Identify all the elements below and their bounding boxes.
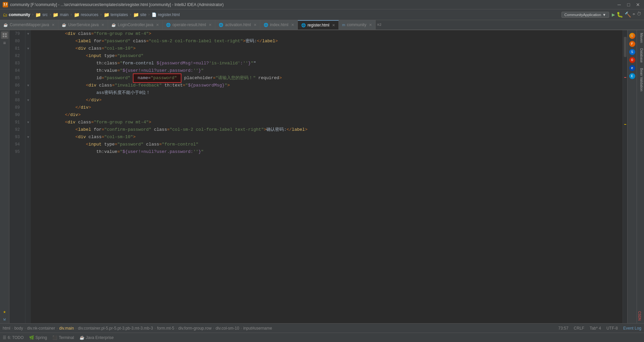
- indent-86: [34, 82, 86, 89]
- v1-80: "password": [104, 38, 130, 45]
- tab-commentmapper-close[interactable]: ✕: [52, 23, 55, 27]
- nav-templates[interactable]: 📁 templates: [104, 12, 128, 17]
- tab-operate-result-close[interactable]: ✕: [209, 23, 212, 27]
- debug-button[interactable]: 🐛: [616, 11, 623, 18]
- minimize-button[interactable]: ─: [616, 1, 623, 8]
- code-editor[interactable]: < div class = "form-group row mt-4" > < …: [31, 30, 623, 323]
- bc-div-nk[interactable]: div.nk-container: [27, 326, 55, 331]
- scroll-minimap[interactable]: [623, 30, 627, 323]
- event-log-link[interactable]: Event Log: [623, 326, 641, 331]
- firefox-icon[interactable]: F: [629, 41, 635, 47]
- tab-community-close[interactable]: ✕: [369, 23, 372, 27]
- tc-90: </: [65, 111, 70, 119]
- vs1-83: 'is-invalid': [209, 60, 240, 67]
- v2e-86: ": [225, 82, 227, 89]
- sidebar-favorites[interactable]: ★: [1, 308, 8, 315]
- tab-commentmapper[interactable]: ☕ CommentMapper.java ✕: [0, 20, 58, 30]
- nav-site[interactable]: 📁 site: [133, 12, 147, 17]
- maven-panel-tab[interactable]: Maven: [637, 30, 644, 46]
- tab-index-close[interactable]: ✕: [291, 23, 294, 27]
- tab-activation[interactable]: 🌐 activation.html ✕: [215, 20, 260, 30]
- fold-81[interactable]: ▼: [25, 45, 31, 52]
- encoding-indicator[interactable]: UTF-8: [606, 326, 618, 331]
- status-bar: html › body › div.nk-container › div.mai…: [0, 323, 644, 333]
- eq-91: =: [91, 119, 94, 126]
- scroll-thumb[interactable]: [624, 37, 627, 57]
- fold-93[interactable]: ▼: [25, 133, 31, 141]
- a2-86: th:text: [164, 82, 183, 89]
- build-button[interactable]: 🔨: [625, 11, 631, 18]
- tab-userservice-close[interactable]: ✕: [101, 23, 104, 27]
- coverage-button[interactable]: ☂: [633, 11, 635, 18]
- run-button[interactable]: ▶: [612, 11, 615, 18]
- tab-register[interactable]: 🌐 register.html ✕: [298, 20, 339, 30]
- sidebar-structure[interactable]: ≡: [1, 40, 8, 47]
- csdn-panel-tab[interactable]: CSDN: [637, 308, 644, 323]
- tab-register-close[interactable]: ✕: [332, 23, 335, 27]
- close-button[interactable]: ✕: [635, 1, 641, 8]
- fold-gutter: ▼ ▼ ▼ ▼ ▼ ▼: [25, 30, 31, 323]
- database-panel-tab[interactable]: Database: [637, 46, 644, 65]
- crlf-indicator[interactable]: CRLF: [574, 326, 584, 331]
- nav-main-label: main: [60, 12, 68, 17]
- bc-div-col[interactable]: div.col-sm-10: [216, 326, 239, 331]
- bc-input[interactable]: input#username: [243, 326, 272, 331]
- bc-html[interactable]: html: [3, 326, 10, 331]
- maximize-button[interactable]: □: [625, 1, 632, 8]
- fold-86[interactable]: ▼: [25, 82, 31, 89]
- bc-div-form-group[interactable]: div.form-group.row: [178, 326, 212, 331]
- close-79: >: [149, 30, 151, 38]
- bc-body[interactable]: body: [14, 326, 23, 331]
- bc-form[interactable]: form.mt-5: [157, 326, 174, 331]
- terminal-button[interactable]: ⬛ Terminal: [52, 335, 74, 340]
- bc-div-main[interactable]: div.main: [59, 326, 74, 331]
- sidebar-web[interactable]: W: [1, 316, 8, 323]
- tp-82: <: [86, 52, 89, 60]
- tab-logincontroller[interactable]: ☕ LoginController.java ✕: [108, 20, 163, 30]
- java-enterprise-button[interactable]: ☕ Java Enterprise: [79, 335, 114, 340]
- cn-92: 确认密码:: [266, 126, 286, 133]
- tab-community[interactable]: m community ✕: [339, 20, 376, 30]
- nav-community[interactable]: 🗂 community: [3, 12, 30, 17]
- todo-button[interactable]: ☰ 6: TODO: [3, 335, 24, 340]
- fold-79[interactable]: ▼: [25, 30, 31, 38]
- chrome-icon[interactable]: G: [629, 33, 635, 39]
- code-line-93: < div class = "col-sm-10" >: [34, 133, 623, 141]
- nav-right: CommunityApplication ▼ ▶ 🐛 🔨 ☂ ⏱: [561, 11, 641, 18]
- tab-logincontroller-close[interactable]: ✕: [156, 23, 159, 27]
- bc-div-container[interactable]: div.container.pl-5.pr-5.pt-3.pb-3.mt-3.m…: [78, 326, 153, 331]
- tab-overflow[interactable]: ≡2: [377, 23, 381, 27]
- tab-operate-result[interactable]: 🌐 operate-result.html ✕: [163, 20, 215, 30]
- edge-icon[interactable]: E: [629, 73, 635, 79]
- indent-85: [34, 74, 96, 82]
- var-86: ${passwordMsg}: [188, 82, 224, 89]
- editor-area: 79 80 81 82 83 84 85 86 87 88 89 90 91 9…: [9, 30, 644, 323]
- nav-register[interactable]: 📄 register.html: [152, 12, 180, 17]
- tn-82: input: [89, 52, 102, 60]
- bottom-toolbar: ☰ 6: TODO 🌿 Spring ⬛ Terminal ☕ Java Ent…: [0, 333, 644, 342]
- window-controls[interactable]: ─ □ ✕: [616, 1, 641, 8]
- ie-icon[interactable]: e: [629, 65, 635, 71]
- nav-main[interactable]: 📁 main: [53, 12, 68, 17]
- tab-userservice[interactable]: ☕ UserService.java ✕: [58, 20, 108, 30]
- tab-index[interactable]: 🌐 index.html ✕: [260, 20, 298, 30]
- v1-85: "password": [104, 74, 130, 82]
- nav-src[interactable]: 📁 src: [35, 12, 48, 17]
- sidebar-project[interactable]: [1, 32, 8, 39]
- indent-indicator[interactable]: Tab* 4: [590, 326, 601, 331]
- fold-91[interactable]: ▼: [25, 119, 31, 126]
- tc-86: >: [227, 82, 230, 89]
- tab-activation-close[interactable]: ✕: [254, 23, 257, 27]
- spring-button[interactable]: 🌿 Spring: [29, 335, 47, 340]
- bean-validation-panel-tab[interactable]: Bean Validation: [637, 65, 644, 94]
- project-icon: 🗂: [3, 12, 7, 17]
- html-icon-register: 🌐: [301, 23, 306, 27]
- fold-88[interactable]: ▼: [25, 97, 31, 104]
- safari-icon[interactable]: S: [629, 49, 635, 55]
- opera-icon[interactable]: O: [629, 57, 635, 63]
- tp-94: <: [86, 141, 89, 148]
- profile-button[interactable]: ⏱: [637, 11, 641, 18]
- nav-resources[interactable]: 📁 resources: [74, 12, 99, 17]
- breadcrumb-path: html › body › div.nk-container › div.mai…: [3, 326, 272, 331]
- run-config-selector[interactable]: CommunityApplication ▼: [561, 12, 609, 18]
